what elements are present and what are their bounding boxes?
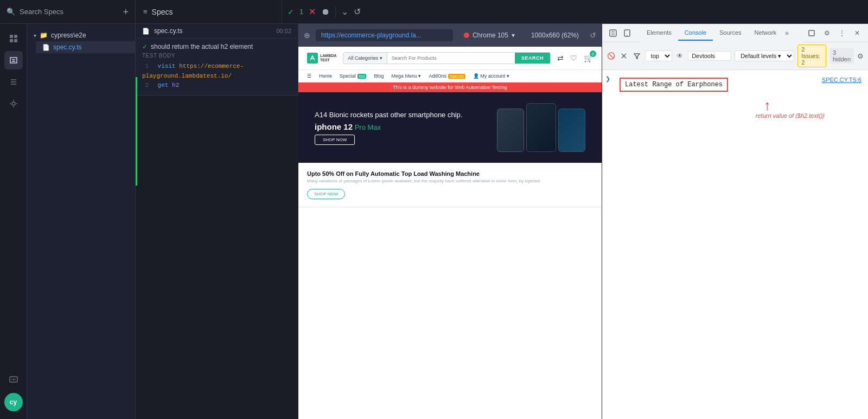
sidebar-bottom: cy xyxy=(4,370,23,411)
browser-url-bar[interactable]: https://ecommerce-playground.la... xyxy=(316,29,453,41)
devtools-second-bar: 🚫 top 👁 Default levels ▾ 2 Issues: 2 3 h… xyxy=(602,42,868,70)
tab-sources[interactable]: Sources xyxy=(713,26,748,41)
devtools-cursor-icon[interactable] xyxy=(607,27,620,40)
logo-line1: LAMBDA xyxy=(320,54,336,58)
sidebar-item-settings[interactable] xyxy=(4,94,23,113)
code-line-2: 2 get h2 xyxy=(142,81,291,91)
sidebar-item-list[interactable] xyxy=(4,73,23,91)
cart-icon[interactable]: 🛒 0 xyxy=(584,54,593,62)
devtools-toggle-icon[interactable] xyxy=(805,27,818,40)
logo-icon xyxy=(307,53,318,64)
browser-content: LAMBDA TEST All Categories ▾ SEARCH ⇄ ♡ … xyxy=(298,47,602,419)
console-element-highlight: Latest Range of Earphones xyxy=(620,78,728,92)
chrome-caret-icon: ▾ xyxy=(512,31,515,39)
browser-name-text: Chrome 105 xyxy=(473,31,508,39)
test-panel-wrapper: 📄 spec.cy.ts 00:02 ✓ should return the a… xyxy=(136,24,298,419)
phone-1 xyxy=(497,109,524,152)
nav-my-account[interactable]: 👤 My account ▾ xyxy=(473,70,509,82)
add-spec-button[interactable]: + xyxy=(123,7,129,17)
hero-shop-btn[interactable]: SHOP NOW xyxy=(315,135,355,145)
hidden-badge[interactable]: 3 hidden xyxy=(829,48,854,64)
site-search-input[interactable] xyxy=(387,53,515,64)
nav-hamburger[interactable]: ☰ xyxy=(307,70,311,82)
issues-badge[interactable]: 2 Issues: 2 xyxy=(797,45,826,67)
keyword-get: get xyxy=(158,82,169,88)
pending-icon: ⏺ xyxy=(321,7,330,17)
site-nav: ☰ Home Special Hot Blog Mega Menu ▾ AddO… xyxy=(298,70,602,82)
svg-rect-0 xyxy=(10,35,13,38)
hero-strong: iphone 12 xyxy=(315,122,353,131)
browser-refresh-icon[interactable]: ↺ xyxy=(590,31,596,40)
devtools-vertical-dots[interactable]: ⋮ xyxy=(835,27,848,40)
sidebar-item-home[interactable] xyxy=(4,29,23,48)
devtools-close-icon[interactable]: ✕ xyxy=(851,27,864,40)
devtools-mobile-icon[interactable] xyxy=(621,27,634,40)
nav-addons[interactable]: AddOns featured xyxy=(429,70,465,82)
context-select[interactable]: top xyxy=(645,50,672,61)
test-pass-icon: ✓ xyxy=(142,43,148,50)
filter-input[interactable] xyxy=(688,51,731,61)
promo-cta-btn[interactable]: SHOP NOW xyxy=(307,189,345,199)
browser-toolbar: ⊕ https://ecommerce-playground.la... Chr… xyxy=(298,24,602,47)
main-content: cy ▾ 📁 cypress\e2e 📄 spec.cy.ts 📄 spec.c… xyxy=(0,24,868,419)
devtools-settings-icon[interactable]: ⚙ xyxy=(820,27,833,40)
arrows-icon: ⇄ xyxy=(557,54,564,62)
hero-product-name: iphone 12 Pro Max xyxy=(315,122,462,131)
browser-name-badge[interactable]: Chrome 105 ▾ xyxy=(458,30,520,41)
devtools-filter-icon[interactable] xyxy=(632,49,642,62)
test-body-label: TEST BODY xyxy=(142,53,291,59)
search-specs-label[interactable]: Search Specs xyxy=(20,8,118,16)
tab-console[interactable]: Console xyxy=(678,26,713,41)
icon-sidebar: cy xyxy=(0,24,27,419)
test-panel: 📄 spec.cy.ts 00:02 ✓ should return the a… xyxy=(136,24,298,96)
refresh-button[interactable]: ↺ xyxy=(354,7,361,17)
search-icon: 🔍 xyxy=(7,8,15,16)
spec-link[interactable]: SPEC.CY.TS:6 xyxy=(822,77,861,83)
devtools-clear-icon[interactable] xyxy=(620,49,629,62)
folder-item[interactable]: ▾ 📁 cypress\e2e xyxy=(27,29,135,41)
test-item[interactable]: ✓ should return the actual h2 element TE… xyxy=(136,39,298,96)
promo-sub: Many variations of passages of Lorem Ips… xyxy=(307,179,593,183)
devtools-panel: Elements Console Sources Network » ⚙ ⋮ xyxy=(602,24,868,419)
logo-line2: TEST xyxy=(320,58,336,62)
specs-title: Specs xyxy=(152,8,173,16)
keyboard-shortcuts-button[interactable] xyxy=(4,370,23,389)
viewport-text: 1000x660 (62%) xyxy=(531,31,579,39)
site-logo: LAMBDA TEST xyxy=(307,53,336,64)
devtools-console-content: ❯ Latest Range of Earphones ↑ return val… xyxy=(602,70,868,419)
dropdown-icon[interactable]: ⌄ xyxy=(341,7,348,17)
tab-network[interactable]: Network xyxy=(748,26,783,41)
pass-count: 1 xyxy=(299,8,303,16)
more-tabs-icon[interactable]: » xyxy=(783,29,791,37)
file-item-spec[interactable]: 📄 spec.cy.ts xyxy=(36,41,135,53)
nav-special[interactable]: Special Hot xyxy=(340,70,366,82)
hero-text: A14 Bionic rockets past other smartphone… xyxy=(315,110,462,145)
return-annotation: ↑ return value of ($h2.text()) xyxy=(756,97,825,119)
hero-title: A14 Bionic rockets past other smartphone… xyxy=(315,110,462,120)
url-text: https://ecommerce-playground.la... xyxy=(321,31,422,39)
folder-icon: 📁 xyxy=(40,31,48,39)
fail-icon: ✕ xyxy=(309,7,316,17)
devtools-gear-icon[interactable]: ⚙ xyxy=(857,52,864,60)
test-filename: spec.cy.ts xyxy=(154,27,182,35)
search-button[interactable]: SEARCH xyxy=(515,53,550,64)
return-text: return value of ($h2.text()) xyxy=(756,112,825,119)
test-code: 1 visit https://ecommerce-playground.lam… xyxy=(142,62,291,91)
site-search-bar[interactable]: All Categories ▾ SEARCH xyxy=(343,52,551,64)
promo-bar: This is a dummy website for Web Automati… xyxy=(298,82,602,92)
tab-elements[interactable]: Elements xyxy=(640,26,678,41)
search-category[interactable]: All Categories ▾ xyxy=(343,53,387,64)
eye-icon[interactable]: 👁 xyxy=(675,49,685,62)
svg-rect-9 xyxy=(809,30,814,36)
nav-mega-menu[interactable]: Mega Menu ▾ xyxy=(391,70,421,82)
nav-home[interactable]: Home xyxy=(319,70,332,82)
viewport-badge[interactable]: 1000x660 (62%) xyxy=(526,30,584,41)
levels-select[interactable]: Default levels ▾ xyxy=(735,50,794,61)
nav-blog[interactable]: Blog xyxy=(374,70,384,82)
console-caret-icon: ❯ xyxy=(605,75,610,82)
sidebar-item-files[interactable] xyxy=(4,51,23,69)
devtools-ban-icon[interactable]: 🚫 xyxy=(607,49,616,62)
cypress-logo: cy xyxy=(4,393,23,411)
test-file-icon: 📄 xyxy=(142,28,150,35)
hero-image xyxy=(497,103,585,152)
